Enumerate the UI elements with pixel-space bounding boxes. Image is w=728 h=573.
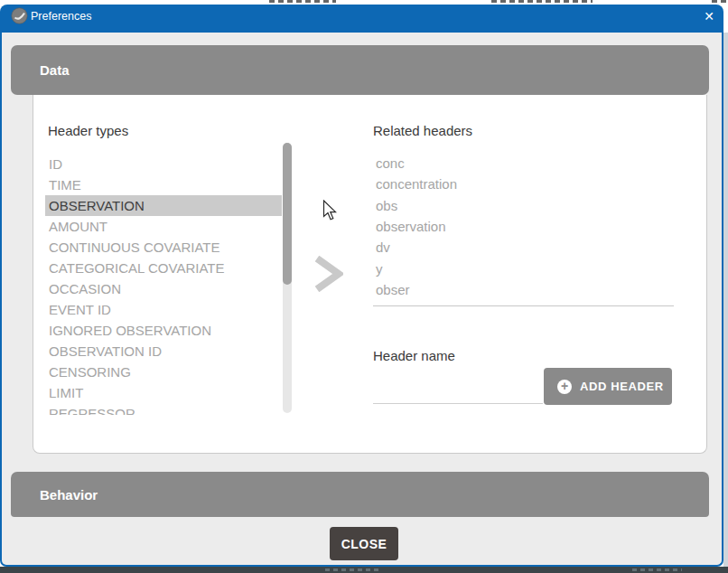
- dialog-title: Preferences: [31, 10, 91, 23]
- section-title-behavior: Behavior: [40, 487, 98, 503]
- divider: [373, 305, 674, 306]
- related-header-item[interactable]: y: [376, 258, 647, 278]
- header-name-label: Header name: [373, 348, 455, 363]
- related-header-item[interactable]: conc: [376, 153, 647, 174]
- chevron-right-icon: [313, 256, 343, 292]
- section-title-data: Data: [40, 62, 70, 78]
- header-type-item[interactable]: EVENT ID: [45, 299, 282, 320]
- related-headers-label: Related headers: [373, 123, 472, 138]
- header-type-item[interactable]: OBSERVATION ID: [45, 341, 282, 362]
- header-type-item[interactable]: LIMIT: [45, 382, 282, 403]
- background-panel: [723, 33, 728, 567]
- header-types-list: IDTIMEOBSERVATIONAMOUNTCONTINUOUS COVARI…: [45, 154, 282, 415]
- dialog-titlebar: [0, 5, 723, 33]
- header-type-item[interactable]: AMOUNT: [45, 216, 282, 237]
- close-button[interactable]: CLOSE: [330, 527, 398, 560]
- header-type-item[interactable]: ID: [45, 154, 282, 174]
- app-logo-icon: [11, 7, 28, 24]
- add-header-label: ADD HEADER: [580, 380, 664, 393]
- related-header-item[interactable]: obs: [376, 195, 647, 216]
- list-scrollbar[interactable]: [283, 143, 292, 413]
- header-type-item[interactable]: IGNORED OBSERVATION: [45, 320, 282, 341]
- related-header-item[interactable]: observation: [376, 216, 647, 237]
- scrollbar-thumb[interactable]: [283, 143, 292, 285]
- header-type-item[interactable]: REGRESSOR: [45, 403, 282, 415]
- close-icon[interactable]: ✕: [700, 7, 718, 25]
- header-type-item[interactable]: OBSERVATION: [45, 195, 282, 216]
- header-type-item[interactable]: CATEGORICAL COVARIATE: [45, 258, 282, 278]
- related-header-item[interactable]: obser: [376, 279, 647, 300]
- background-text-fragment: [712, 0, 728, 3]
- related-header-item[interactable]: concentration: [376, 174, 647, 194]
- add-header-button[interactable]: + ADD HEADER: [544, 368, 672, 405]
- section-header-data: Data: [11, 45, 709, 95]
- plus-circle-icon: +: [557, 380, 572, 394]
- background-text-fragment: [269, 0, 336, 3]
- header-type-item[interactable]: CENSORING: [45, 362, 282, 382]
- header-name-input[interactable]: [373, 370, 543, 404]
- related-header-item[interactable]: dv: [376, 237, 647, 258]
- header-types-label: Header types: [48, 123, 128, 138]
- header-type-item[interactable]: CONTINUOUS COVARIATE: [45, 237, 282, 258]
- background-text-fragment: [632, 568, 682, 571]
- background-text-fragment: [325, 568, 379, 571]
- header-type-item[interactable]: OCCASION: [45, 278, 282, 299]
- related-headers-list: concconcentrationobsobservationdvyobser: [376, 153, 647, 300]
- header-type-item[interactable]: TIME: [45, 174, 282, 195]
- background-text-fragment: [491, 0, 593, 3]
- section-header-behavior[interactable]: Behavior: [11, 472, 709, 517]
